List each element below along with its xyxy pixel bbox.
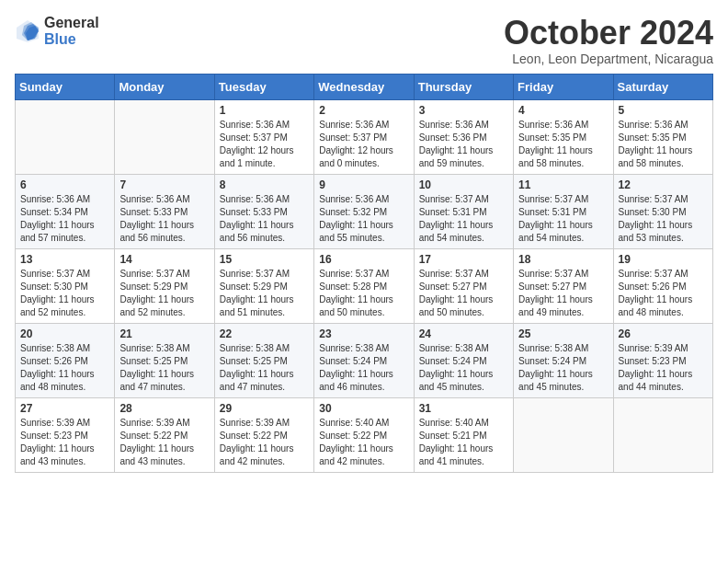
calendar-week-row: 27Sunrise: 5:39 AM Sunset: 5:23 PM Dayli… <box>16 397 713 472</box>
day-number: 18 <box>518 253 608 266</box>
day-info: Sunrise: 5:37 AM Sunset: 5:27 PM Dayligh… <box>518 268 608 319</box>
calendar-cell: 11Sunrise: 5:37 AM Sunset: 5:31 PM Dayli… <box>514 174 613 248</box>
day-number: 21 <box>119 327 209 340</box>
day-info: Sunrise: 5:39 AM Sunset: 5:23 PM Dayligh… <box>619 342 708 394</box>
day-info: Sunrise: 5:38 AM Sunset: 5:25 PM Dayligh… <box>119 342 209 394</box>
calendar-cell: 7Sunrise: 5:36 AM Sunset: 5:33 PM Daylig… <box>115 174 214 248</box>
day-info: Sunrise: 5:37 AM Sunset: 5:29 PM Dayligh… <box>220 268 309 319</box>
day-number: 10 <box>419 178 508 191</box>
calendar-cell: 26Sunrise: 5:39 AM Sunset: 5:23 PM Dayli… <box>613 323 712 397</box>
calendar-cell: 16Sunrise: 5:37 AM Sunset: 5:28 PM Dayli… <box>314 248 414 323</box>
day-number: 25 <box>518 327 608 340</box>
calendar-cell <box>514 397 613 472</box>
calendar-header-row: SundayMondayTuesdayWednesdayThursdayFrid… <box>16 74 713 99</box>
day-number: 9 <box>319 178 408 191</box>
day-number: 4 <box>518 104 608 117</box>
day-number: 7 <box>119 178 209 191</box>
day-number: 5 <box>619 104 708 117</box>
day-number: 23 <box>319 327 408 340</box>
day-number: 16 <box>319 253 408 266</box>
day-info: Sunrise: 5:40 AM Sunset: 5:22 PM Dayligh… <box>319 417 408 468</box>
day-info: Sunrise: 5:37 AM Sunset: 5:26 PM Dayligh… <box>619 268 708 319</box>
day-info: Sunrise: 5:36 AM Sunset: 5:36 PM Dayligh… <box>419 119 508 170</box>
calendar-cell: 22Sunrise: 5:38 AM Sunset: 5:25 PM Dayli… <box>214 323 313 397</box>
day-info: Sunrise: 5:36 AM Sunset: 5:33 PM Dayligh… <box>220 193 309 245</box>
day-info: Sunrise: 5:36 AM Sunset: 5:35 PM Dayligh… <box>619 119 708 170</box>
header: General Blue October 2024 Leon, Leon Dep… <box>15 15 713 66</box>
day-number: 29 <box>220 402 309 415</box>
day-info: Sunrise: 5:38 AM Sunset: 5:24 PM Dayligh… <box>419 342 508 394</box>
day-number: 6 <box>20 178 109 191</box>
day-number: 11 <box>518 178 608 191</box>
calendar-cell: 28Sunrise: 5:39 AM Sunset: 5:22 PM Dayli… <box>115 397 214 472</box>
day-info: Sunrise: 5:36 AM Sunset: 5:34 PM Dayligh… <box>20 193 109 245</box>
day-number: 2 <box>319 104 408 117</box>
calendar-cell: 13Sunrise: 5:37 AM Sunset: 5:30 PM Dayli… <box>16 248 115 323</box>
day-number: 24 <box>419 327 508 340</box>
day-info: Sunrise: 5:37 AM Sunset: 5:31 PM Dayligh… <box>419 193 508 245</box>
day-number: 13 <box>20 253 109 266</box>
day-info: Sunrise: 5:38 AM Sunset: 5:24 PM Dayligh… <box>518 342 608 394</box>
calendar-cell: 15Sunrise: 5:37 AM Sunset: 5:29 PM Dayli… <box>214 248 313 323</box>
calendar-cell: 25Sunrise: 5:38 AM Sunset: 5:24 PM Dayli… <box>514 323 613 397</box>
calendar-cell: 2Sunrise: 5:36 AM Sunset: 5:37 PM Daylig… <box>314 99 414 174</box>
day-number: 22 <box>220 327 309 340</box>
calendar-cell: 19Sunrise: 5:37 AM Sunset: 5:26 PM Dayli… <box>613 248 712 323</box>
logo: General Blue <box>15 15 99 47</box>
day-number: 26 <box>619 327 708 340</box>
calendar-header-sunday: Sunday <box>16 74 115 99</box>
day-number: 28 <box>119 402 209 415</box>
calendar-header-tuesday: Tuesday <box>214 74 313 99</box>
calendar-header-thursday: Thursday <box>414 74 513 99</box>
calendar-header-monday: Monday <box>115 74 214 99</box>
day-info: Sunrise: 5:38 AM Sunset: 5:26 PM Dayligh… <box>20 342 109 394</box>
day-info: Sunrise: 5:36 AM Sunset: 5:33 PM Dayligh… <box>119 193 209 245</box>
day-number: 20 <box>20 327 109 340</box>
day-info: Sunrise: 5:37 AM Sunset: 5:30 PM Dayligh… <box>20 268 109 319</box>
calendar-cell: 30Sunrise: 5:40 AM Sunset: 5:22 PM Dayli… <box>314 397 414 472</box>
calendar-cell: 12Sunrise: 5:37 AM Sunset: 5:30 PM Dayli… <box>613 174 712 248</box>
calendar-cell: 9Sunrise: 5:36 AM Sunset: 5:32 PM Daylig… <box>314 174 414 248</box>
day-info: Sunrise: 5:37 AM Sunset: 5:28 PM Dayligh… <box>319 268 408 319</box>
calendar-cell: 27Sunrise: 5:39 AM Sunset: 5:23 PM Dayli… <box>16 397 115 472</box>
day-info: Sunrise: 5:37 AM Sunset: 5:31 PM Dayligh… <box>518 193 608 245</box>
calendar-cell: 14Sunrise: 5:37 AM Sunset: 5:29 PM Dayli… <box>115 248 214 323</box>
calendar-header-friday: Friday <box>514 74 613 99</box>
day-info: Sunrise: 5:36 AM Sunset: 5:37 PM Dayligh… <box>319 119 408 170</box>
day-info: Sunrise: 5:39 AM Sunset: 5:22 PM Dayligh… <box>119 417 209 468</box>
logo-icon <box>15 18 40 44</box>
logo-text: General Blue <box>44 15 99 47</box>
day-info: Sunrise: 5:36 AM Sunset: 5:35 PM Dayligh… <box>518 119 608 170</box>
day-number: 12 <box>619 178 708 191</box>
calendar-header-saturday: Saturday <box>613 74 712 99</box>
calendar-cell: 5Sunrise: 5:36 AM Sunset: 5:35 PM Daylig… <box>613 99 712 174</box>
calendar-cell: 23Sunrise: 5:38 AM Sunset: 5:24 PM Dayli… <box>314 323 414 397</box>
calendar-week-row: 20Sunrise: 5:38 AM Sunset: 5:26 PM Dayli… <box>16 323 713 397</box>
calendar-week-row: 1Sunrise: 5:36 AM Sunset: 5:37 PM Daylig… <box>16 99 713 174</box>
day-number: 27 <box>20 402 109 415</box>
day-number: 14 <box>119 253 209 266</box>
calendar-header-wednesday: Wednesday <box>314 74 414 99</box>
day-number: 15 <box>220 253 309 266</box>
calendar-cell: 31Sunrise: 5:40 AM Sunset: 5:21 PM Dayli… <box>414 397 513 472</box>
day-number: 3 <box>419 104 508 117</box>
calendar-cell: 8Sunrise: 5:36 AM Sunset: 5:33 PM Daylig… <box>214 174 313 248</box>
month-title: October 2024 <box>504 15 713 52</box>
calendar-cell: 10Sunrise: 5:37 AM Sunset: 5:31 PM Dayli… <box>414 174 513 248</box>
day-info: Sunrise: 5:38 AM Sunset: 5:24 PM Dayligh… <box>319 342 408 394</box>
calendar-week-row: 6Sunrise: 5:36 AM Sunset: 5:34 PM Daylig… <box>16 174 713 248</box>
day-info: Sunrise: 5:37 AM Sunset: 5:30 PM Dayligh… <box>619 193 708 245</box>
calendar-table: SundayMondayTuesdayWednesdayThursdayFrid… <box>15 74 713 473</box>
day-info: Sunrise: 5:36 AM Sunset: 5:37 PM Dayligh… <box>220 119 309 170</box>
day-info: Sunrise: 5:37 AM Sunset: 5:27 PM Dayligh… <box>419 268 508 319</box>
day-info: Sunrise: 5:36 AM Sunset: 5:32 PM Dayligh… <box>319 193 408 245</box>
location-title: Leon, Leon Department, Nicaragua <box>504 52 713 66</box>
logo-blue-text: Blue <box>44 31 99 48</box>
calendar-cell: 1Sunrise: 5:36 AM Sunset: 5:37 PM Daylig… <box>214 99 313 174</box>
calendar-cell: 18Sunrise: 5:37 AM Sunset: 5:27 PM Dayli… <box>514 248 613 323</box>
day-number: 19 <box>619 253 708 266</box>
calendar-cell <box>115 99 214 174</box>
day-number: 30 <box>319 402 408 415</box>
day-number: 31 <box>419 402 508 415</box>
calendar-cell: 3Sunrise: 5:36 AM Sunset: 5:36 PM Daylig… <box>414 99 513 174</box>
